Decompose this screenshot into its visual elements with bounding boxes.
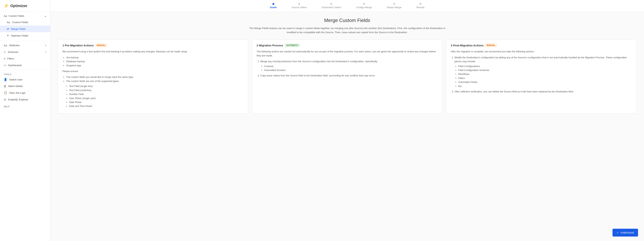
sidebar-item-custom-fields-label: Custom Fields	[12, 21, 28, 24]
sidebar: ⚡ Optimizer Aa Custom Fields ▲ Aa Custom…	[0, 0, 50, 241]
wizard-nav: Guide Source Select Destination Select C…	[50, 0, 644, 12]
card-intro-1: We recommend using a test system first a…	[62, 49, 244, 53]
view-jira-logs-icon: 📋	[4, 91, 7, 94]
wizard-dot-values-merge	[393, 3, 395, 5]
wizard-dot-configs-merge	[363, 3, 365, 5]
divider-2	[0, 70, 50, 70]
sidebar-item-optimize-fields-label: Optimize Fields	[11, 34, 28, 37]
sidebar-item-attributes-label: Attributes	[9, 44, 20, 47]
sidebar-item-filters[interactable]: ≡ Filters	[0, 55, 50, 62]
sidebar-item-merge-fields[interactable]: ⇄ Merge Fields	[0, 25, 50, 32]
sidebar-item-switch-user[interactable]: 👤 Switch User	[0, 76, 50, 83]
sidebar-item-schemes-label: Schemes	[8, 51, 18, 53]
list-item: After sufficient verification, you can d…	[454, 90, 632, 93]
attributes-chevron-icon: ▾	[45, 44, 46, 46]
card-header-1: 1 Pre-Migration Actions MANUAL	[62, 44, 244, 47]
schemes-chevron-icon: ▾	[45, 51, 46, 53]
sidebar-item-dashboards-label: Dashboards	[8, 64, 22, 67]
card-post-migration: 3 Post-Migration Actions MANUAL After th…	[446, 39, 636, 114]
types-list: Text Field (single line) Text Field (mul…	[62, 84, 244, 108]
list-item: Copy issue values from the Source field …	[260, 74, 438, 77]
optimize-fields-icon: ✦	[7, 34, 9, 37]
list-item: Etc.	[458, 84, 632, 88]
sidebar-item-switch-user-label: Switch User	[9, 78, 22, 81]
logo-text: Optimizer	[10, 4, 28, 8]
sidebar-item-batch-delete[interactable]: 🗑 Batch Delete	[0, 83, 50, 89]
card-pre-migration: 1 Pre-Migration Actions MANUAL We recomm…	[58, 39, 248, 114]
list-item: Snapshot app	[66, 63, 244, 67]
list-item: Filters	[458, 76, 632, 80]
filters-icon: ≡	[4, 57, 6, 60]
understood-button[interactable]: ✓ Understood	[612, 229, 638, 237]
wizard-label-source-select: Source Select	[292, 6, 307, 9]
wizard-step-destination-select[interactable]: Destination Select	[322, 3, 341, 9]
dashboards-icon: ▭	[4, 63, 6, 67]
content-area: Merge Custom Fields The Merge Fields fea…	[50, 12, 644, 241]
list-item: Jira backup	[66, 55, 244, 59]
custom-fields-group[interactable]: Aa Custom Fields ▲	[0, 12, 50, 19]
card-intro-2: The following actions are carried out au…	[256, 49, 438, 57]
sidebar-item-view-jira-logs-label: View Jira Logs	[9, 91, 26, 94]
list-item: Field Configurations	[458, 64, 632, 68]
wizard-step-configs-merge[interactable]: Configs Merge	[356, 3, 372, 9]
wizard-step-results[interactable]: Results	[416, 3, 424, 9]
list-item: The custom fields are one of the support…	[66, 79, 244, 83]
sidebar-item-view-jira-logs[interactable]: 📋 View Jira Logs	[0, 89, 50, 96]
list-item: Database backup	[66, 59, 244, 63]
list-item: Field Configuration Schemes	[458, 68, 632, 72]
wizard-dot-results	[420, 3, 421, 5]
custom-fields-section: Aa Custom Fields ▲ Aa Custom Fields ⇄ Me…	[0, 12, 50, 40]
card-title-1: 1 Pre-Migration Actions	[62, 44, 94, 47]
divider-1	[0, 41, 50, 41]
card-title-2: 2 Migration Process	[256, 44, 283, 47]
understood-button-label: Understood	[620, 231, 634, 234]
page-subtitle: The Merge Fields feature can be used to …	[245, 26, 450, 34]
wizard-label-values-merge: Values Merge	[387, 6, 402, 9]
wizard-dot-guide	[272, 3, 274, 5]
card-title-3: 3 Post-Migration Actions	[451, 44, 484, 47]
list-item: Modify the Destination's configuration b…	[454, 55, 632, 88]
card-badge-3: MANUAL	[486, 44, 496, 47]
ensure-label: Please ensure:	[62, 69, 244, 73]
sidebar-item-dashboards[interactable]: ▭ Dashboards	[0, 62, 50, 68]
custom-fields-icon: Aa	[7, 21, 10, 24]
sidebar-item-attributes[interactable]: Aa Attributes ▾	[0, 42, 50, 49]
graphql-explorer-icon: ◎	[4, 98, 6, 101]
ensure-list: The custom fields you would like to merg…	[62, 75, 244, 83]
sidebar-item-schemes[interactable]: ◇ Schemes ▾	[0, 49, 50, 55]
sidebar-item-optimize-fields[interactable]: ✦ Optimize Fields	[0, 32, 50, 39]
list-item: Automation Rules	[458, 80, 632, 84]
list-item: Merge any missing behaviour from the Sou…	[260, 59, 438, 72]
batch-delete-icon: 🗑	[4, 85, 6, 88]
wizard-dot-destination-select	[330, 3, 332, 5]
wizard-label-guide: Guide	[270, 6, 277, 9]
migration-steps-list: Merge any missing behaviour from the Sou…	[256, 59, 438, 78]
backup-list: Jira backup Database backup Snapshot app	[62, 55, 244, 67]
tools-label: TOOLS	[0, 71, 50, 76]
attributes-icon: Aa	[4, 44, 7, 47]
switch-user-icon: 👤	[4, 78, 7, 81]
check-icon: ✓	[616, 231, 619, 234]
list-item: Date Picker	[69, 100, 244, 104]
card-intro-3: After the migration is complete, we reco…	[451, 49, 632, 53]
schemes-icon: ◇	[4, 50, 6, 54]
wizard-label-destination-select: Destination Select	[322, 6, 341, 9]
sidebar-item-graphql-explorer[interactable]: ◎ GraphQL Explorer	[0, 96, 50, 103]
custom-fields-chevron-icon: ▲	[44, 15, 46, 17]
page-title: Merge Custom Fields	[58, 17, 636, 23]
wizard-step-values-merge[interactable]: Values Merge	[387, 3, 402, 9]
sidebar-item-custom-fields[interactable]: Aa Custom Fields	[0, 19, 50, 25]
list-item: Workflows	[458, 72, 632, 76]
card-badge-1: MANUAL	[96, 44, 107, 47]
wizard-step-guide[interactable]: Guide	[270, 3, 277, 9]
list-item: Text Field (multi-line)	[69, 88, 244, 92]
card-header-3: 3 Post-Migration Actions MANUAL	[451, 44, 632, 47]
wizard-step-source-select[interactable]: Source Select	[292, 3, 307, 9]
custom-fields-group-icon: Aa	[4, 14, 7, 17]
card-header-2: 2 Migration Process AUTOMATIC	[256, 44, 438, 47]
wizard-label-results: Results	[416, 6, 424, 9]
list-item: Date and Time Picker	[69, 104, 244, 108]
custom-fields-group-label: Custom Fields	[8, 14, 24, 17]
sidebar-item-filters-label: Filters	[7, 57, 14, 60]
card-badge-2: AUTOMATIC	[285, 44, 300, 47]
